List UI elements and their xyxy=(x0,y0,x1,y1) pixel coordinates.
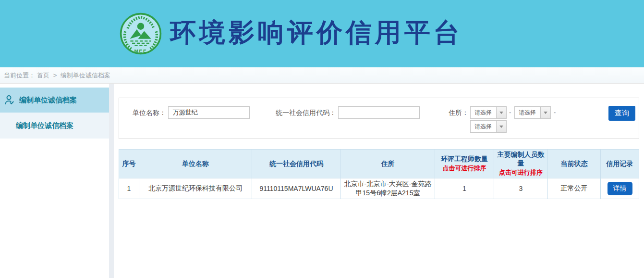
chevron-down-icon xyxy=(540,107,550,118)
credit-record-cell: 详情 xyxy=(601,178,639,199)
company-name-link[interactable]: 北京万源世纪环保科技有限公司 xyxy=(139,178,252,199)
breadcrumb-current: 编制单位诚信档案 xyxy=(61,72,110,79)
logo-text: MEE xyxy=(134,48,147,53)
address-cell: 北京市-北京市-大兴区-金苑路甲15号6幢2层A215室 xyxy=(341,178,435,199)
col-header-company: 单位名称 xyxy=(139,150,252,178)
province-select[interactable]: 请选择 xyxy=(470,106,507,119)
chevron-down-icon xyxy=(496,121,506,132)
page: MEE 环境影响评价信用平台 当前位置：首页 > 编制单位诚信档案 编制单位诚信… xyxy=(0,0,644,278)
col-header-index: 序号 xyxy=(119,150,139,178)
search-panel: 单位名称： 统一社会信用代码： 住所： 请选择 - 请选择 - xyxy=(119,98,639,139)
main-panel: 单位名称： 统一社会信用代码： 住所： 请选择 - 请选择 - xyxy=(114,84,644,278)
col-header-credit-code: 统一社会信用代码 xyxy=(252,150,341,178)
chevron-down-icon xyxy=(496,107,506,118)
staff-count-title: 主要编制人员数量 xyxy=(495,151,547,168)
credit-code-input[interactable] xyxy=(338,106,420,119)
table-row: 1 北京万源世纪环保科技有限公司 91110115MA7LWUA76U 北京市-… xyxy=(119,178,639,199)
breadcrumb-home-link[interactable]: 首页 xyxy=(37,72,49,79)
staff-sort-hint[interactable]: 点击可进行排序 xyxy=(495,168,547,177)
results-table: 序号 单位名称 统一社会信用代码 住所 环评工程师数量 点击可进行排序 主要编制… xyxy=(119,149,639,199)
col-header-credit-record: 信用记录 xyxy=(601,150,639,178)
district-select-value: 请选择 xyxy=(471,123,496,131)
city-select-value: 请选择 xyxy=(515,109,540,117)
detail-button[interactable]: 详情 xyxy=(608,182,632,195)
unit-name-group: 单位名称： xyxy=(133,106,250,119)
engineer-count-title: 环评工程师数量 xyxy=(436,155,493,164)
col-header-staff-count[interactable]: 主要编制人员数量 点击可进行排序 xyxy=(494,150,548,178)
breadcrumb-prefix: 当前位置： xyxy=(4,72,35,79)
col-header-address: 住所 xyxy=(341,150,435,178)
sidebar-item-label: 编制单位诚信档案 xyxy=(19,96,77,105)
sidebar-item-credit-archive[interactable]: 编制单位诚信档案 xyxy=(0,88,109,113)
city-select[interactable]: 请选择 xyxy=(514,106,551,119)
address-dash-1: - xyxy=(509,106,511,119)
user-check-icon xyxy=(4,94,15,106)
status-cell: 正常公开 xyxy=(548,178,601,199)
sidebar: 编制单位诚信档案 编制单位诚信档案 xyxy=(0,84,109,278)
sidebar-subitem-credit-archive[interactable]: 编制单位诚信档案 xyxy=(0,113,109,139)
page-title: 环境影响评价信用平台 xyxy=(170,19,463,48)
engineer-sort-hint[interactable]: 点击可进行排序 xyxy=(436,164,493,173)
unit-name-input[interactable] xyxy=(168,106,250,119)
address-dash-2: - xyxy=(554,106,556,119)
query-button[interactable]: 查询 xyxy=(608,106,635,121)
sidebar-divider xyxy=(109,84,114,278)
credit-code-group: 统一社会信用代码： xyxy=(276,106,420,119)
unit-name-label: 单位名称： xyxy=(133,106,166,119)
site-header: MEE 环境影响评价信用平台 xyxy=(0,0,644,67)
staff-count-link[interactable]: 3 xyxy=(494,178,548,199)
credit-code-cell: 91110115MA7LWUA76U xyxy=(252,178,341,199)
breadcrumb-separator: > xyxy=(53,72,57,79)
table-header-row: 序号 单位名称 统一社会信用代码 住所 环评工程师数量 点击可进行排序 主要编制… xyxy=(119,150,639,178)
col-header-status: 当前状态 xyxy=(548,150,601,178)
breadcrumb: 当前位置：首页 > 编制单位诚信档案 xyxy=(0,67,644,84)
engineer-count-link[interactable]: 1 xyxy=(435,178,494,199)
province-select-value: 请选择 xyxy=(471,109,496,117)
col-header-engineer-count[interactable]: 环评工程师数量 点击可进行排序 xyxy=(435,150,494,178)
row-index: 1 xyxy=(119,178,139,199)
mee-logo-icon: MEE xyxy=(119,12,162,55)
address-label: 住所： xyxy=(449,106,469,119)
sidebar-subitem-label: 编制单位诚信档案 xyxy=(16,121,73,130)
credit-code-label: 统一社会信用代码： xyxy=(276,106,336,119)
district-select[interactable]: 请选择 xyxy=(470,120,507,133)
content-area: 编制单位诚信档案 编制单位诚信档案 单位名称： 统一社会信用代码： 住所： xyxy=(0,84,644,278)
